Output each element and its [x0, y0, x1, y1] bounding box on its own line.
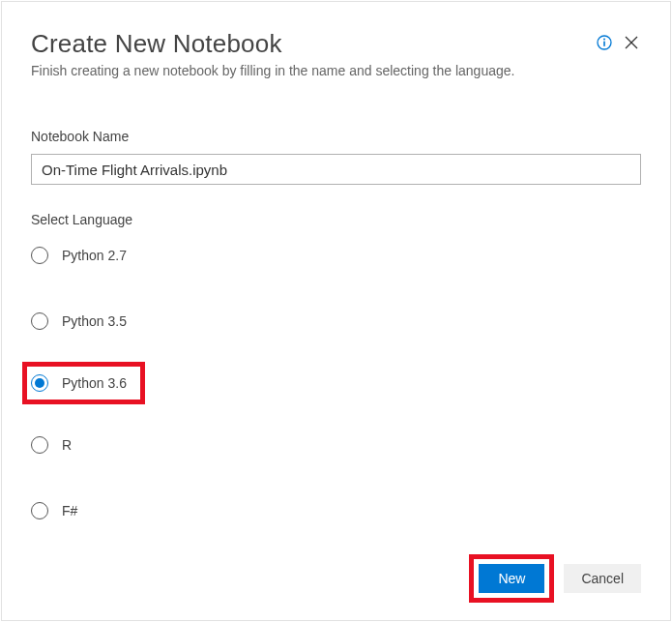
- radio-label: Python 2.7: [62, 248, 127, 263]
- radio-circle-icon: [31, 374, 48, 392]
- notebook-name-label: Notebook Name: [31, 129, 641, 144]
- new-button[interactable]: New: [479, 564, 544, 593]
- language-radio-list: Python 2.7 Python 3.5 Python 3.6 R F#: [31, 243, 641, 523]
- create-notebook-dialog: Create New Notebook Finish creating a ne…: [1, 1, 671, 621]
- select-language-label: Select Language: [31, 212, 641, 227]
- radio-circle-icon: [31, 247, 48, 264]
- header-icons: [597, 33, 641, 52]
- new-button-highlight: New: [469, 554, 554, 603]
- radio-fsharp[interactable]: F#: [31, 498, 641, 523]
- radio-dot-icon: [35, 378, 44, 388]
- title-area: Create New Notebook Finish creating a ne…: [31, 29, 597, 78]
- radio-circle-icon: [31, 502, 48, 519]
- svg-rect-2: [603, 42, 605, 46]
- radio-r[interactable]: R: [31, 432, 641, 458]
- radio-python-3-5[interactable]: Python 3.5: [31, 309, 641, 334]
- cancel-button[interactable]: Cancel: [564, 564, 641, 593]
- radio-python-2-7[interactable]: Python 2.7: [31, 243, 641, 268]
- radio-python-3-6[interactable]: Python 3.6: [22, 362, 145, 404]
- notebook-name-input[interactable]: [31, 154, 641, 185]
- radio-label: F#: [62, 503, 77, 518]
- info-icon[interactable]: [597, 35, 612, 50]
- form-section: Notebook Name Select Language Python 2.7…: [31, 129, 641, 523]
- dialog-subtitle: Finish creating a new notebook by fillin…: [31, 63, 597, 78]
- radio-label: Python 3.5: [62, 313, 127, 329]
- radio-label: R: [62, 437, 72, 453]
- radio-label: Python 3.6: [62, 375, 127, 391]
- close-icon[interactable]: [622, 33, 641, 52]
- radio-circle-icon: [31, 312, 48, 330]
- radio-circle-icon: [31, 436, 48, 454]
- dialog-header: Create New Notebook Finish creating a ne…: [31, 29, 641, 78]
- dialog-title: Create New Notebook: [31, 29, 597, 59]
- dialog-footer: New Cancel: [469, 554, 641, 603]
- svg-point-1: [603, 39, 605, 41]
